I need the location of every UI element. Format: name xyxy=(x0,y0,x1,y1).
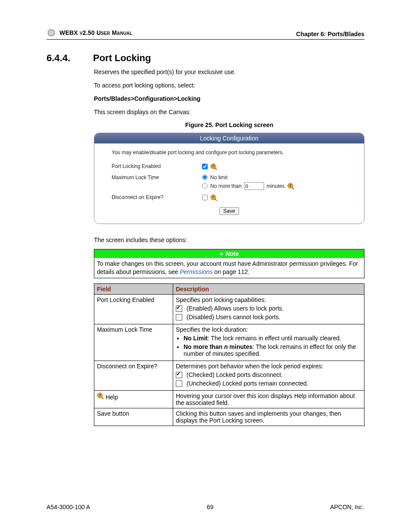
field-cell: Save button xyxy=(94,408,173,426)
page-header: WEBX v2.50 User Manual Chapter 6: Ports/… xyxy=(47,28,364,40)
col-description-header: Description xyxy=(173,284,364,295)
intro-para-3: This screen displays on the Canvas: xyxy=(94,108,364,116)
field-cell: Port Locking Enabled xyxy=(94,295,173,324)
section-number: 6.4.4. xyxy=(47,53,81,64)
no-more-than-pre: No more than xyxy=(210,183,242,189)
table-row: Port Locking Enabled Specifies port lock… xyxy=(94,295,364,324)
help-icon xyxy=(97,392,104,399)
help-icon[interactable] xyxy=(210,163,217,170)
breadcrumb-path: Ports/Blades>Configuration>Locking xyxy=(94,95,364,103)
col-field-header: Field xyxy=(94,284,173,295)
intro-para-2: To access port locking options, select: xyxy=(94,81,364,90)
svg-rect-2 xyxy=(49,30,54,35)
field-description-table: Field Description Port Locking Enabled S… xyxy=(94,283,364,426)
desc-cell: Specifies port locking capabilities: (En… xyxy=(173,295,364,324)
desc-cell: Specifies the lock duration: No Limit: T… xyxy=(173,324,364,361)
disconnect-on-expire-checkbox[interactable] xyxy=(202,195,208,200)
no-more-than-radio[interactable] xyxy=(202,183,208,189)
field-cell: Help xyxy=(94,391,173,408)
page-footer: A54-3000-100 A 69 APCON, Inc. xyxy=(47,504,364,510)
port-locking-enabled-checkbox[interactable] xyxy=(202,164,208,169)
note-body: To make changes on this screen, your acc… xyxy=(94,258,364,278)
note-title: ✦Note xyxy=(94,249,364,258)
save-button[interactable]: Save xyxy=(219,207,239,215)
section-title: Port Locking xyxy=(93,53,151,64)
checkbox-checked-icon xyxy=(176,305,182,312)
table-row: Save button Clicking this button saves a… xyxy=(94,408,364,426)
note-box: ✦Note To make changes on this screen, yo… xyxy=(94,249,364,278)
chip-icon xyxy=(47,28,56,37)
field-cell: Disconnect on Expire? xyxy=(94,361,173,391)
no-more-than-post: minutes xyxy=(267,183,285,189)
header-right-text: Chapter 6: Ports/Blades xyxy=(296,31,364,37)
panel-intro-text: You may enable/disable port locking and … xyxy=(112,149,347,156)
permissions-link[interactable]: Permissions xyxy=(180,268,212,275)
max-lock-time-label: Maximum Lock Time xyxy=(112,174,202,180)
table-row: Maximum Lock Time Specifies the lock dur… xyxy=(94,324,364,361)
disconnect-on-expire-label: Disconnect on Expire? xyxy=(112,194,202,200)
table-row: Disconnect on Expire? Determines port be… xyxy=(94,361,364,391)
help-icon[interactable] xyxy=(287,183,294,190)
header-left-text: WEBX v2.50 User Manual xyxy=(59,29,132,36)
panel-title: Locking Configuration xyxy=(94,133,364,143)
checkbox-unchecked-icon xyxy=(176,314,182,320)
field-cell: Maximum Lock Time xyxy=(94,324,173,361)
figure-caption: Figure 25. Port Locking screen xyxy=(94,121,364,128)
minutes-input[interactable] xyxy=(244,182,264,190)
intro-para-1: Reserves the specified port(s) for your … xyxy=(94,68,364,76)
desc-cell: Determines port behavior when the lock p… xyxy=(173,361,364,391)
port-locking-enabled-label: Port Locking Enabled xyxy=(112,163,202,169)
locking-config-panel: Locking Configuration You may enable/dis… xyxy=(94,133,364,224)
footer-left: A54-3000-100 A xyxy=(47,504,90,510)
desc-cell: Clicking this button saves and implement… xyxy=(173,408,364,426)
footer-page-number: 69 xyxy=(207,504,214,510)
footer-right: APCON, Inc. xyxy=(330,504,364,510)
table-row: Help Hovering your cursor over this icon… xyxy=(94,391,364,408)
checkbox-unchecked-icon xyxy=(176,380,182,387)
checkbox-checked-icon xyxy=(176,372,182,378)
after-panel-text: The screen includes these options: xyxy=(94,236,364,244)
no-limit-label: No limit xyxy=(210,174,227,180)
help-icon[interactable] xyxy=(210,194,217,201)
no-limit-radio[interactable] xyxy=(202,174,208,180)
desc-cell: Hovering your cursor over this icon disp… xyxy=(173,391,364,408)
